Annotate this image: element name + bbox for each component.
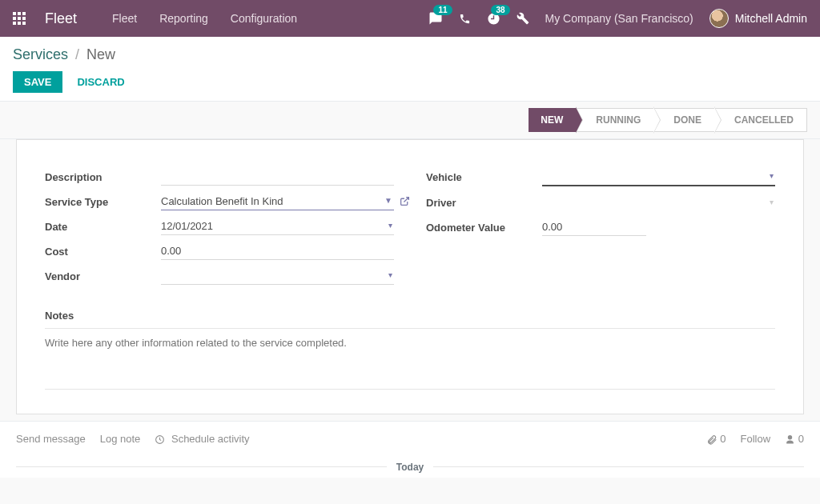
label-service-type: Service Type: [45, 196, 161, 208]
row-description: Description: [45, 168, 394, 186]
notes-textarea[interactable]: [45, 337, 775, 361]
field-odometer: [542, 218, 646, 236]
label-odometer: Odometer Value: [426, 222, 542, 234]
cost-input[interactable]: [161, 242, 394, 260]
field-vendor: ▾: [161, 267, 394, 285]
row-vehicle: Vehicle ▾: [426, 168, 775, 186]
sheet-wrap: Description Service Type ▼: [0, 139, 820, 414]
breadcrumb-sep: /: [75, 46, 79, 62]
statusbar-wrap: NEW RUNNING DONE CANCELLED: [0, 102, 820, 139]
messages-icon[interactable]: 11: [428, 11, 443, 26]
row-date: Date ▾: [45, 218, 394, 235]
chatter: Send message Log note Schedule activity …: [0, 421, 820, 478]
followers-button[interactable]: 0: [785, 433, 804, 445]
chatter-divider: Today: [0, 457, 820, 478]
chatter-right: 0 Follow 0: [706, 433, 804, 446]
field-driver: ▾: [542, 194, 775, 211]
control-panel: Services / New SAVE DISCARD: [0, 37, 820, 102]
app-brand[interactable]: Fleet: [45, 10, 77, 27]
status-running[interactable]: RUNNING: [576, 108, 654, 132]
attachments-button[interactable]: 0: [706, 433, 726, 446]
discard-button[interactable]: DISCARD: [74, 71, 127, 93]
avatar: [709, 9, 729, 28]
label-description: Description: [45, 171, 161, 183]
company-selector[interactable]: My Company (San Francisco): [545, 12, 693, 25]
followers-count: 0: [798, 433, 804, 445]
status-new[interactable]: NEW: [529, 108, 577, 132]
form-grid: Description Service Type ▼: [45, 168, 775, 292]
status-cancelled[interactable]: CANCELLED: [714, 108, 807, 132]
person-icon: [785, 434, 795, 445]
row-vendor: Vendor ▾: [45, 267, 394, 285]
field-cost: [161, 242, 394, 260]
breadcrumb-parent[interactable]: Services: [13, 46, 68, 62]
row-cost: Cost: [45, 242, 394, 260]
vehicle-input[interactable]: [542, 168, 775, 186]
breadcrumb: Services / New: [13, 46, 807, 63]
form-sheet: Description Service Type ▼: [16, 139, 804, 414]
driver-input: [542, 194, 775, 211]
nav-item-fleet[interactable]: Fleet: [112, 12, 137, 25]
vendor-input[interactable]: [161, 267, 394, 285]
field-description: [161, 168, 394, 186]
activities-badge: 38: [491, 5, 509, 15]
label-cost: Cost: [45, 246, 161, 258]
notes-area: [45, 328, 775, 390]
odometer-input[interactable]: [542, 218, 646, 236]
action-buttons: SAVE DISCARD: [13, 71, 807, 93]
field-service-type: ▼: [161, 193, 394, 210]
messages-badge: 11: [433, 5, 452, 15]
row-service-type: Service Type ▼: [45, 193, 394, 210]
nav-item-configuration[interactable]: Configuration: [231, 12, 297, 25]
label-vehicle: Vehicle: [426, 171, 542, 183]
right-column: Vehicle ▾ Driver ▾ Odometer Value: [426, 168, 775, 292]
nav-menu: Fleet Reporting Configuration: [112, 12, 297, 25]
log-note-button[interactable]: Log note: [100, 433, 141, 445]
debug-icon[interactable]: [517, 12, 529, 26]
external-link-icon[interactable]: [400, 194, 410, 206]
notes-section: Notes: [45, 310, 775, 390]
nav-right: 11 38 My Company (San Francisco) Mitchel…: [428, 9, 807, 28]
row-odometer: Odometer Value: [426, 218, 775, 236]
label-driver: Driver: [426, 197, 542, 209]
field-vehicle: ▾: [542, 168, 775, 186]
left-column: Description Service Type ▼: [45, 168, 394, 292]
description-input[interactable]: [161, 168, 394, 186]
paperclip-icon: [706, 434, 718, 446]
user-name: Mitchell Admin: [735, 12, 807, 25]
status-done[interactable]: DONE: [653, 108, 715, 132]
top-navbar: Fleet Fleet Reporting Configuration 11 3…: [0, 0, 820, 37]
chatter-topbar: Send message Log note Schedule activity …: [0, 422, 820, 457]
activities-icon[interactable]: 38: [487, 11, 500, 25]
breadcrumb-current: New: [86, 46, 115, 62]
save-button[interactable]: SAVE: [13, 71, 62, 93]
attachments-count: 0: [720, 433, 726, 445]
service-type-input[interactable]: [161, 193, 394, 210]
send-message-button[interactable]: Send message: [16, 433, 86, 445]
nav-left: Fleet Fleet Reporting Configuration: [13, 10, 297, 27]
user-menu[interactable]: Mitchell Admin: [709, 9, 807, 28]
label-vendor: Vendor: [45, 270, 161, 282]
phone-icon[interactable]: [459, 12, 471, 25]
schedule-activity-button[interactable]: Schedule activity: [155, 433, 249, 445]
nav-item-reporting[interactable]: Reporting: [159, 12, 208, 25]
today-label: Today: [387, 462, 433, 473]
schedule-activity-label: Schedule activity: [171, 433, 250, 445]
statusbar: NEW RUNNING DONE CANCELLED: [529, 108, 807, 132]
row-driver: Driver ▾: [426, 194, 775, 211]
clock-icon: [155, 433, 168, 445]
label-notes: Notes: [45, 310, 775, 322]
field-date: ▾: [161, 218, 394, 235]
label-date: Date: [45, 221, 161, 233]
date-input[interactable]: [161, 218, 394, 235]
follow-button[interactable]: Follow: [741, 433, 771, 445]
apps-icon[interactable]: [13, 12, 26, 25]
